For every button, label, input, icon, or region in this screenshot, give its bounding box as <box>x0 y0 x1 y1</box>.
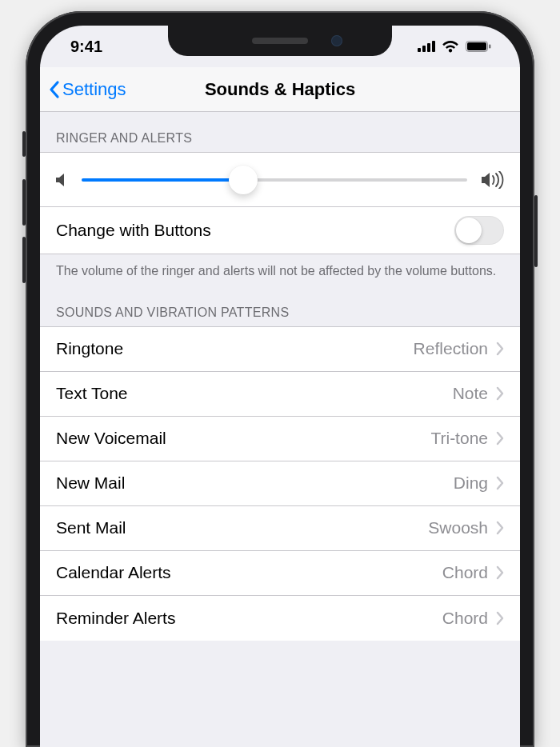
row-new-voicemail[interactable]: New Voicemail Tri-tone <box>40 417 520 461</box>
phone-body: 9:41 <box>26 11 534 747</box>
row-label: Text Tone <box>56 384 128 403</box>
svg-rect-3 <box>432 41 435 52</box>
patterns-group: Ringtone Reflection Text Tone Note <box>40 326 520 641</box>
row-label: New Mail <box>56 473 125 493</box>
row-value: Swoosh <box>428 518 488 537</box>
chevron-right-icon <box>496 476 504 490</box>
svg-rect-5 <box>467 42 486 50</box>
row-value: Reflection <box>414 339 488 358</box>
row-reminder-alerts[interactable]: Reminder Alerts Chord <box>40 596 520 641</box>
row-label: New Voicemail <box>56 429 166 448</box>
row-label: Calendar Alerts <box>56 563 171 582</box>
volume-high-icon <box>482 171 504 189</box>
volume-slider-row <box>40 153 520 207</box>
volume-slider[interactable] <box>82 178 467 182</box>
front-camera <box>331 35 342 46</box>
row-calendar-alerts[interactable]: Calendar Alerts Chord <box>40 551 520 596</box>
status-indicators <box>418 40 491 53</box>
nav-bar: Settings Sounds & Haptics <box>40 67 520 112</box>
back-button[interactable]: Settings <box>48 79 126 100</box>
ringer-group: Change with Buttons <box>40 152 520 254</box>
slider-fill <box>82 178 243 182</box>
svg-rect-0 <box>418 48 421 52</box>
row-label: Reminder Alerts <box>56 609 175 628</box>
row-value: Tri-tone <box>430 429 488 448</box>
slider-thumb[interactable] <box>229 166 258 194</box>
row-ringtone[interactable]: Ringtone Reflection <box>40 327 520 372</box>
cellular-icon <box>418 41 435 52</box>
section-header-ringer: RINGER AND ALERTS <box>40 112 520 152</box>
row-label: Ringtone <box>56 339 123 358</box>
row-label: Sent Mail <box>56 518 126 537</box>
ringer-footer: The volume of the ringer and alerts will… <box>40 254 520 286</box>
chevron-right-icon <box>496 521 504 535</box>
row-value: Chord <box>442 609 488 628</box>
section-header-patterns: SOUNDS AND VIBRATION PATTERNS <box>40 286 520 326</box>
chevron-right-icon <box>496 611 504 625</box>
row-new-mail[interactable]: New Mail Ding <box>40 461 520 506</box>
row-sent-mail[interactable]: Sent Mail Swoosh <box>40 506 520 551</box>
battery-icon <box>466 41 491 52</box>
row-value: Note <box>453 384 488 403</box>
screen: 9:41 <box>40 26 520 747</box>
volume-down-hw <box>22 237 26 283</box>
notch <box>168 26 392 56</box>
toggle-knob <box>456 218 482 243</box>
chevron-right-icon <box>496 342 504 356</box>
svg-rect-1 <box>422 46 426 52</box>
volume-up-hw <box>22 179 26 226</box>
row-value: Chord <box>442 563 488 582</box>
svg-rect-6 <box>489 45 491 49</box>
chevron-right-icon <box>496 431 504 445</box>
device-frame: 9:41 <box>0 0 560 747</box>
change-with-buttons-toggle[interactable] <box>454 216 504 245</box>
chevron-right-icon <box>496 386 504 401</box>
mute-switch <box>22 131 26 157</box>
back-label: Settings <box>62 79 126 100</box>
earpiece <box>252 38 308 44</box>
wifi-icon <box>442 40 459 53</box>
chevron-left-icon <box>48 80 61 99</box>
volume-low-icon <box>56 173 67 187</box>
row-text-tone[interactable]: Text Tone Note <box>40 372 520 417</box>
chevron-right-icon <box>496 565 504 580</box>
change-with-buttons-label: Change with Buttons <box>56 221 211 240</box>
power-hw <box>534 195 538 267</box>
svg-rect-2 <box>427 43 430 52</box>
status-time: 9:41 <box>70 38 102 56</box>
change-with-buttons-row[interactable]: Change with Buttons <box>40 207 520 254</box>
row-value: Ding <box>454 473 488 493</box>
content: RINGER AND ALERTS <box>40 112 520 641</box>
